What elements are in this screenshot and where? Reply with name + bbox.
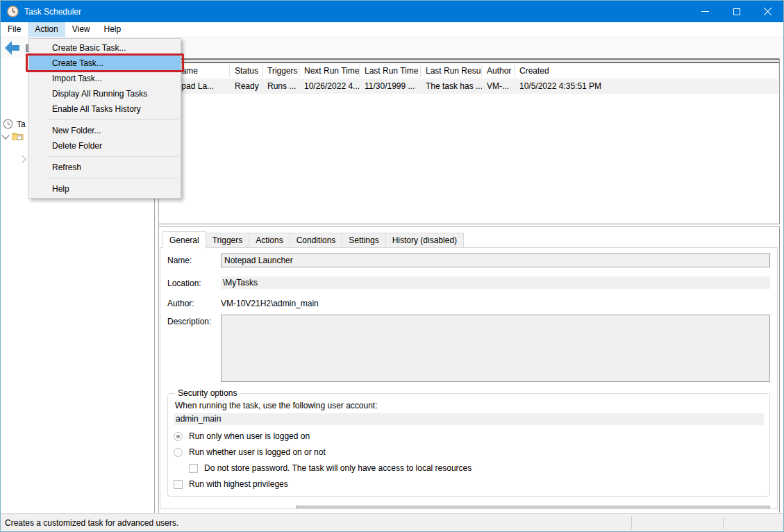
clock-icon [3,119,13,129]
caption-buttons [690,1,783,22]
menu-item-new-folder[interactable]: New Folder... [29,123,181,138]
security-options-group: Security options When running the task, … [167,388,770,497]
titlebar: Task Scheduler [1,1,783,22]
radio-run-only-logged-on-label: Run only when user is logged on [189,431,310,441]
radio-run-whether-logged-on[interactable] [174,448,183,457]
security-options-legend: Security options [175,388,240,398]
menu-file[interactable]: File [1,22,28,37]
menu-separator [48,156,178,157]
maximize-icon [733,8,740,15]
configure-for-label: Configure for: [237,508,287,509]
window-title: Task Scheduler [24,7,81,17]
statusbar: Creates a customized task for advanced u… [1,513,783,531]
status-divider [723,517,724,529]
back-arrow-icon [5,41,12,55]
minimize-icon [701,11,709,12]
account-value: admin_main [174,413,764,425]
tree-item-collapsed[interactable] [19,156,25,162]
menu-separator [48,119,178,120]
account-prompt: When running the task, use the following… [175,401,764,410]
menubar: File Action View Help [1,22,783,38]
column-header-created[interactable]: Created [515,65,778,77]
close-icon [763,7,772,16]
menu-item-help[interactable]: Help [29,181,181,197]
tab-general[interactable]: General [162,231,206,249]
list-top-edge [159,58,779,63]
menu-item-create-task[interactable]: Create Task... [29,56,181,71]
tab-triggers[interactable]: Triggers [206,233,250,249]
action-menu-popup: Create Basic Task... Create Task... Impo… [28,38,181,199]
app-clock-icon [7,6,19,17]
checkbox-row-no-password: Do not store password. The task will onl… [189,463,764,473]
checkbox-row-highest: Run with highest privileges [174,479,764,489]
back-button[interactable] [5,43,20,53]
menu-item-delete-folder[interactable]: Delete Folder [29,138,181,153]
general-tab-content: Name: Location: \MyTasks Author: VM-10V2… [160,247,778,509]
task-details-panel: General Triggers Actions Conditions Sett… [159,226,780,513]
menu-help[interactable]: Help [97,22,128,37]
cell-triggers: Runs ... [262,81,299,91]
tab-history[interactable]: History (disabled) [386,233,464,249]
maximize-button[interactable] [721,1,752,22]
column-header-status[interactable]: Status [230,65,262,77]
details-tabs: General Triggers Actions Conditions Sett… [162,233,464,249]
menu-action[interactable]: Action [28,22,65,37]
column-header-triggers[interactable]: Triggers [262,65,299,77]
cell-author: VM-... [482,81,515,91]
hidden-label: Hidden [183,508,209,509]
close-button[interactable] [752,1,783,22]
checkbox-do-not-store-password-label: Do not store password. The task will onl… [204,463,472,473]
menu-separator [48,178,178,178]
chevron-right-icon[interactable] [18,155,26,163]
task-list-header: Name Status Triggers Next Run Time Last … [159,63,779,78]
task-scheduler-window: Task Scheduler File Action View Help Ta [0,0,784,532]
table-row[interactable]: Notepad La... Ready Runs ... 10/26/2022 … [159,78,779,94]
name-field[interactable] [221,253,770,267]
column-header-last-run-time[interactable]: Last Run Time [360,65,421,77]
menu-item-import-task[interactable]: Import Task... [29,71,181,86]
minimize-button[interactable] [690,1,721,22]
cell-status: Ready [230,81,262,91]
checkbox-run-highest-privileges[interactable] [174,480,183,489]
column-header-next-run-time[interactable]: Next Run Time [299,65,360,77]
status-text: Creates a customized task for advanced u… [5,518,178,528]
configure-for-dropdown[interactable]: Windows Vista™, Windows Server™ 2008 [296,506,770,509]
tab-conditions[interactable]: Conditions [290,233,343,249]
tree-item-library[interactable] [3,131,24,141]
checkbox-do-not-store-password[interactable] [189,464,198,473]
cell-last-run-time: 11/30/1999 ... [360,81,421,91]
chevron-down-icon[interactable] [1,131,9,139]
menu-item-refresh[interactable]: Refresh [29,160,181,175]
checkbox-run-highest-privileges-label: Run with highest privileges [189,479,288,489]
status-divider [631,517,632,529]
description-textarea[interactable] [221,315,770,382]
author-value: VM-10V21H2\admin_main [221,297,319,308]
radio-row-whether: Run whether user is logged on or not [174,447,764,457]
cell-next-run-time: 10/26/2022 4... [299,81,360,91]
radio-row-logged-on: Run only when user is logged on [174,431,764,441]
cell-created: 10/5/2022 4:35:51 PM [515,81,778,91]
menu-view[interactable]: View [65,22,97,37]
location-label: Location: [167,276,221,288]
tree-item-task-scheduler-root[interactable]: Ta [3,119,26,129]
menu-item-create-basic-task[interactable]: Create Basic Task... [29,40,181,56]
configure-for-value: Windows Vista™, Windows Server™ 2008 [301,508,458,509]
author-label: Author: [167,297,221,308]
tab-settings[interactable]: Settings [342,233,385,249]
description-label: Description: [167,315,221,326]
column-header-author[interactable]: Author [482,65,515,77]
name-label: Name: [167,253,221,265]
radio-run-only-logged-on[interactable] [174,432,183,441]
menu-item-enable-all-tasks-history[interactable]: Enable All Tasks History [29,101,181,117]
tab-actions[interactable]: Actions [249,233,290,249]
location-value: \MyTasks [221,276,770,289]
radio-run-whether-logged-on-label: Run whether user is logged on or not [189,447,326,457]
cell-last-run-result: The task has ... [421,81,482,91]
folder-icon [12,131,24,141]
task-list-panel: Name Status Triggers Next Run Time Last … [159,58,780,224]
column-header-last-run-result[interactable]: Last Run Result [421,65,482,77]
menu-item-display-all-running-tasks[interactable]: Display All Running Tasks [29,86,181,101]
checkbox-hidden[interactable] [167,508,176,510]
configure-row: Hidden Configure for: Windows Vista™, Wi… [167,506,770,509]
tree-root-label: Ta [17,119,26,129]
